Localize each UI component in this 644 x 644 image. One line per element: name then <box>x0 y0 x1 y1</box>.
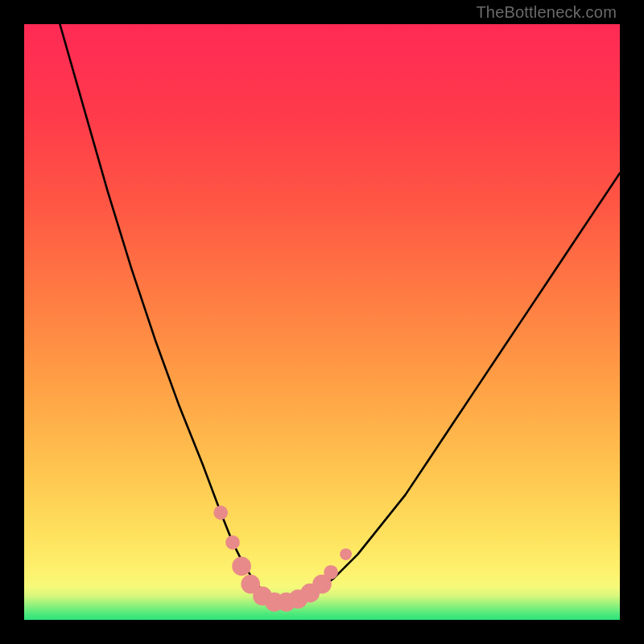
marker-point <box>225 535 240 550</box>
bottleneck-curve <box>60 24 620 602</box>
marker-group <box>213 506 352 612</box>
plot-area <box>24 24 620 620</box>
chart-frame: TheBottleneck.com <box>0 0 644 644</box>
marker-point <box>213 506 228 520</box>
watermark-text: TheBottleneck.com <box>476 3 617 22</box>
marker-point <box>232 557 251 576</box>
marker-point <box>324 565 338 580</box>
curve-layer <box>24 24 620 620</box>
marker-point <box>340 548 352 560</box>
